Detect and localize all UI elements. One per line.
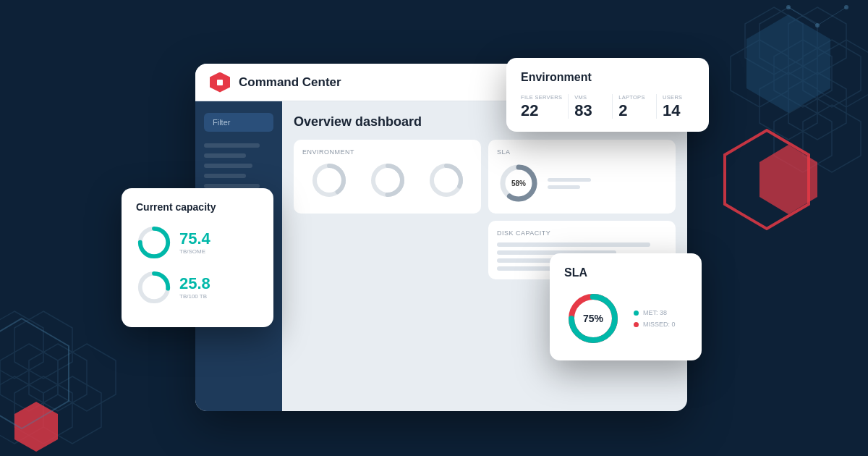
svg-marker-20	[725, 130, 809, 229]
sla-float-ring: 75%	[564, 290, 622, 347]
sla-float-legend: MET: 38 MISSED: 0	[634, 309, 676, 328]
svg-marker-22	[14, 402, 58, 452]
svg-line-24	[788, 7, 817, 25]
svg-text:58%: 58%	[511, 180, 526, 187]
svg-marker-23	[0, 318, 69, 428]
env-stat-value-3: 14	[663, 103, 694, 119]
capacity-title: Current capacity	[136, 201, 259, 213]
env-gauge-3	[427, 161, 465, 202]
environment-card: Environment	[294, 140, 481, 214]
sidebar-line-1	[204, 143, 260, 148]
sla-float-card: SLA 75% MET: 38 MISSED: 0	[550, 253, 702, 360]
env-stat-vms: VMs 83	[568, 94, 606, 119]
sla-legend-missed: MISSED: 0	[634, 321, 676, 328]
capacity-label-1: TB/SOME	[179, 248, 210, 255]
env-stat-label-0: FILE SERVERS	[521, 94, 562, 101]
svg-marker-15	[14, 376, 72, 444]
env-gauge-1	[310, 161, 348, 202]
env-stat-laptops: LAPTOPS 2	[612, 94, 650, 119]
disk-bar-1	[497, 242, 650, 247]
svg-marker-8	[788, 72, 846, 140]
svg-point-28	[844, 5, 848, 9]
env-stat-value-1: 83	[574, 103, 606, 119]
svg-marker-2	[803, 40, 861, 107]
filter-button[interactable]: Filter	[204, 113, 273, 132]
svg-marker-14	[29, 344, 87, 411]
svg-marker-0	[760, 7, 817, 75]
svg-line-25	[817, 7, 846, 25]
env-card-label: Environment	[302, 148, 472, 156]
sla-float-content: 75% MET: 38 MISSED: 0	[564, 290, 687, 347]
svg-marker-1	[788, 7, 846, 75]
svg-marker-12	[0, 311, 43, 379]
svg-marker-4	[745, 7, 803, 75]
env-stats-grid: FILE SERVERS 22 VMs 83 LAPTOPS 2 USERS 1…	[521, 94, 694, 119]
env-stat-label-3: USERS	[663, 94, 694, 101]
svg-rect-29	[217, 80, 223, 85]
svg-marker-21	[760, 145, 817, 214]
capacity-value-2: 25.8	[179, 276, 210, 292]
svg-point-26	[786, 5, 791, 9]
capacity-ring-1	[136, 224, 172, 261]
svg-marker-7	[760, 72, 817, 140]
env-stat-file-servers: FILE SERVERS 22	[521, 94, 562, 119]
app-title: Command Center	[239, 75, 519, 90]
sidebar-line-4	[204, 174, 246, 178]
sla-missed-dot	[634, 322, 639, 327]
sidebar-line-3	[204, 164, 252, 168]
svg-marker-16	[43, 376, 101, 444]
sla-main-ring: 58%	[497, 161, 540, 205]
svg-marker-19	[746, 14, 830, 113]
disk-card-label: Disk capacity	[497, 229, 667, 237]
svg-marker-6	[731, 40, 788, 107]
sidebar-line-2	[204, 153, 246, 158]
svg-marker-9	[803, 105, 861, 172]
svg-marker-10	[774, 105, 832, 172]
capacity-ring-2	[136, 269, 172, 305]
svg-marker-5	[817, 40, 868, 107]
env-stat-users: USERS 14	[656, 94, 694, 119]
sla-missed-label: MISSED: 0	[643, 321, 676, 328]
svg-marker-13	[0, 344, 58, 411]
capacity-info-2: 25.8 TB/100 TB	[179, 276, 210, 300]
sla-gauge-wrap: 58%	[497, 161, 667, 205]
svg-marker-11	[14, 311, 72, 379]
sla-met-dot	[634, 311, 639, 316]
env-stat-value-0: 22	[521, 103, 562, 119]
sla-lines	[548, 178, 591, 189]
capacity-info-1: 75.4 TB/SOME	[179, 231, 210, 255]
env-gauges	[302, 161, 472, 202]
env-gauge-2	[369, 161, 407, 202]
sla-main-card: SLA 58%	[488, 140, 676, 214]
sla-met-label: MET: 38	[643, 309, 667, 316]
capacity-label-2: TB/100 TB	[179, 293, 210, 300]
sla-card-label: SLA	[497, 148, 667, 156]
svg-marker-3	[774, 40, 832, 107]
env-stat-label-1: VMs	[574, 94, 606, 101]
env-stats-card: Environment FILE SERVERS 22 VMs 83 LAPTO…	[506, 58, 709, 132]
env-stat-label-2: LAPTOPS	[618, 94, 650, 101]
app-logo-icon	[210, 72, 230, 93]
svg-marker-18	[58, 344, 116, 411]
capacity-value-1: 75.4	[179, 231, 210, 247]
env-stat-value-2: 2	[618, 103, 650, 119]
sla-float-title: SLA	[564, 266, 687, 279]
capacity-item-1: 75.4 TB/SOME	[136, 224, 259, 261]
capacity-card: Current capacity 75.4 TB/SOME 25.8 TB/10…	[122, 188, 273, 327]
sla-legend-met: MET: 38	[634, 309, 676, 316]
capacity-item-2: 25.8 TB/100 TB	[136, 269, 259, 305]
svg-point-27	[815, 23, 820, 28]
svg-marker-17	[0, 376, 43, 444]
env-stats-title: Environment	[521, 71, 694, 84]
svg-text:75%: 75%	[583, 313, 604, 324]
